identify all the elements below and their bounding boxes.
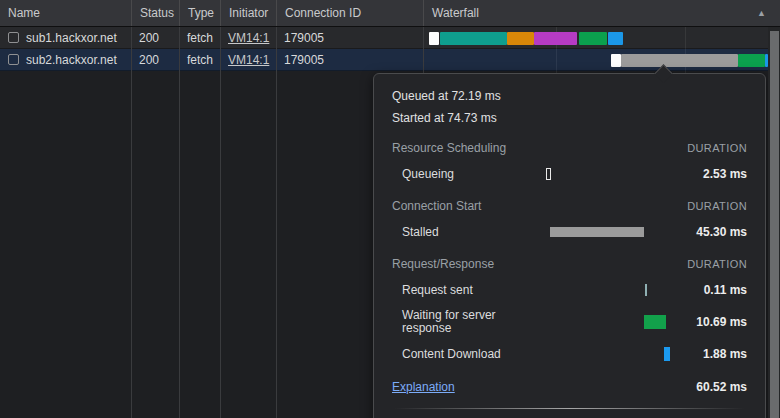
timing-row-waiting: Waiting for server response 10.69 ms [392,308,747,336]
row-checkbox[interactable] [8,32,19,43]
status-cell: 200 [131,27,179,48]
column-header-label: Type [188,6,214,20]
initiator-cell: VM14:1 [220,27,276,48]
section-header-request-response: Request/Response DURATION [392,256,747,272]
column-header-initiator[interactable]: Initiator [220,0,276,26]
column-header-connection-id[interactable]: Connection ID [276,0,423,26]
row-checkbox[interactable] [8,54,19,65]
timing-label: Queueing [392,168,454,181]
section-header-connection-start: Connection Start DURATION [392,198,747,214]
connection-id-cell: 179005 [276,49,423,70]
request-sent-bar [645,284,647,296]
network-panel: Name Status Type Initiator Connection ID… [0,0,780,418]
column-separator[interactable] [179,27,180,418]
explanation-link[interactable]: Explanation [392,380,455,394]
timing-row-stalled: Stalled 45.30 ms [392,222,747,242]
total-duration: 60.52 ms [696,380,747,394]
section-title: Resource Scheduling [392,141,506,155]
type-cell: fetch [179,27,220,48]
duration-column-label: DURATION [687,142,747,154]
section-title: Request/Response [392,257,494,271]
timing-label: Request sent [392,284,473,297]
request-name: sub1.hackxor.net [26,31,117,45]
timing-duration: 2.53 ms [703,167,747,181]
request-name: sub2.hackxor.net [26,53,117,67]
section-title: Connection Start [392,199,481,213]
initiator-link[interactable]: VM14:1 [228,31,269,45]
column-header-name[interactable]: Name [0,0,131,26]
scrollbar-thumb[interactable] [770,31,779,418]
column-header-label: Waterfall [432,6,479,20]
type-cell: fetch [179,49,220,70]
column-separator[interactable] [220,27,221,418]
name-cell: sub2.hackxor.net [0,49,131,70]
connection-id-cell: 179005 [276,27,423,48]
status-cell: 200 [131,49,179,70]
request-timing-popover: Queued at 72.19 ms Started at 74.73 ms R… [373,73,766,418]
queueing-bar [546,168,551,180]
request-row-sub1[interactable]: sub1.hackxor.net 200 fetch VM14:1 179005 [0,27,780,49]
waiting-bar [644,315,666,329]
queued-at-text: Queued at 72.19 ms [392,88,747,104]
timing-row-queueing: Queueing 2.53 ms [392,164,747,184]
column-header-status[interactable]: Status [131,0,179,26]
timing-duration: 45.30 ms [696,225,747,239]
column-header-label: Connection ID [285,6,361,20]
column-separator[interactable] [276,27,277,418]
timing-duration: 1.88 ms [703,347,747,361]
stalled-bar [550,227,644,237]
vertical-scrollbar[interactable] [768,27,780,418]
column-header-label: Status [140,6,174,20]
initiator-cell: VM14:1 [220,49,276,70]
started-at-text: Started at 74.73 ms [392,110,747,126]
network-table-header: Name Status Type Initiator Connection ID… [0,0,780,27]
section-header-resource-scheduling: Resource Scheduling DURATION [392,140,747,156]
timing-duration: 0.11 ms [704,283,747,297]
column-header-type[interactable]: Type [179,0,220,26]
name-cell: sub1.hackxor.net [0,27,131,48]
column-header-label: Initiator [229,6,268,20]
content-download-bar [664,347,670,361]
timing-row-request-sent: Request sent 0.11 ms [392,280,747,300]
column-separator[interactable] [131,27,132,418]
timing-label: Waiting for server response [392,309,542,335]
timing-row-content-download: Content Download 1.88 ms [392,344,747,364]
duration-column-label: DURATION [687,258,747,270]
timing-label: Content Download [392,348,501,361]
column-header-waterfall[interactable]: Waterfall ▲ [423,0,780,26]
popover-divider [394,408,745,409]
timing-label: Stalled [392,226,439,239]
timing-duration: 10.69 ms [696,315,747,329]
initiator-link[interactable]: VM14:1 [228,53,269,67]
duration-column-label: DURATION [687,200,747,212]
sort-ascending-icon[interactable]: ▲ [757,9,766,18]
column-header-label: Name [8,6,40,20]
